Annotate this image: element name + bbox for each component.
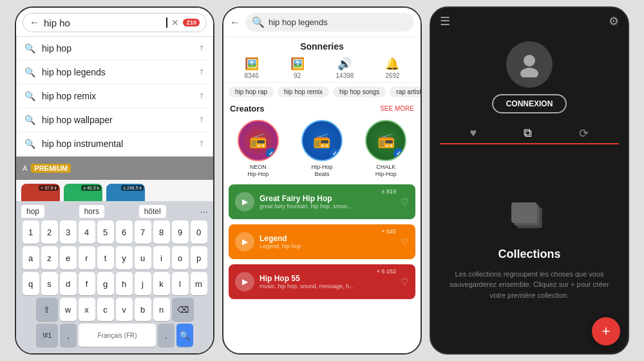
back-button[interactable]: ← (30, 17, 40, 28)
kb-key[interactable]: 5 (97, 220, 114, 244)
kb-key[interactable]: t (97, 246, 114, 269)
kb-key[interactable]: k (153, 272, 170, 295)
fab-add-button[interactable]: + (592, 317, 620, 346)
settings-icon[interactable]: ⚙ (609, 14, 619, 28)
heart-icon[interactable]: ♡ (401, 277, 409, 287)
search-icon: 🔍 (252, 16, 265, 28)
track-count: ± 819 (382, 188, 396, 195)
kb-key[interactable]: p (191, 246, 207, 269)
kb-key[interactable]: d (60, 272, 77, 295)
svg-point-1 (520, 68, 538, 77)
kb-key[interactable]: j (135, 272, 151, 295)
kb-shift-key[interactable]: ⇧ (36, 298, 58, 321)
kb-key[interactable]: q (23, 272, 39, 295)
search-bar[interactable]: 🔍 hip hop legends (245, 13, 414, 32)
kb-key[interactable]: g (97, 272, 114, 295)
tab-collections[interactable]: ⧉ (517, 124, 538, 144)
kb-word-3[interactable]: hôtel (139, 205, 166, 218)
kb-bottom-row: !#1 , Français (FR) . 🔍 (19, 324, 211, 347)
kb-key[interactable]: z (41, 246, 58, 269)
profile-section: CONNEXION (431, 35, 628, 119)
suggestion-item[interactable]: 🔍 hip hop instrumental ↗ (17, 132, 213, 156)
suggestion-item[interactable]: 🔍 hip hop ↗ (17, 37, 213, 61)
kb-key[interactable]: o (172, 246, 189, 269)
kb-key[interactable]: c (97, 298, 114, 321)
heart-icon[interactable]: ♡ (401, 197, 409, 207)
kb-key[interactable]: a (23, 246, 39, 269)
stat-images2: 🖼️ 92 (290, 57, 305, 79)
tag-chip[interactable]: hip hop songs (333, 86, 386, 97)
kb-key[interactable]: u (135, 246, 151, 269)
see-more-link[interactable]: SEE MORE (380, 105, 414, 112)
kb-key[interactable]: 7 (135, 220, 151, 244)
track-card-1[interactable]: ▶ Great Fairy Hip Hop great fairy founta… (229, 184, 415, 219)
kb-key[interactable]: 8 (153, 220, 170, 244)
kb-key[interactable]: f (79, 272, 95, 295)
back-button[interactable]: ← (230, 17, 240, 28)
creator-item-chalk[interactable]: 📻 ✓ CHALKHip-Hop (365, 120, 406, 178)
kb-delete-key[interactable]: ⌫ (172, 298, 194, 321)
kb-key[interactable]: 6 (116, 220, 133, 244)
kb-key[interactable]: l (172, 272, 189, 295)
suggestion-item[interactable]: 🔍 hip hop legends ↗ (17, 61, 213, 84)
kb-key[interactable]: v (116, 298, 133, 321)
kb-key[interactable]: h (116, 272, 133, 295)
track-card-3[interactable]: ▶ Hip Hop 55 music, hip hop, sound, mess… (229, 264, 415, 299)
kb-key[interactable]: i (153, 246, 170, 269)
kb-more-button[interactable]: ··· (200, 206, 208, 217)
suggestion-text: hip hop wallpaper (42, 115, 192, 125)
phone-search: ← hip ho ✕ Z10 🔍 hip hop ↗ 🔍 hip hop leg… (15, 6, 214, 355)
kb-key[interactable]: e (60, 246, 77, 269)
suggestion-item[interactable]: 🔍 hip hop remix ↗ (17, 84, 213, 108)
play-button[interactable]: ▶ (235, 232, 254, 251)
creator-item-hiphop[interactable]: 📻 ✓ Hip-HopBeats (301, 120, 343, 178)
kb-key[interactable]: 9 (172, 220, 189, 244)
kb-special-key[interactable]: !#1 (36, 324, 58, 347)
suggestion-item[interactable]: 🔍 hip hop wallpaper ↗ (17, 108, 213, 132)
kb-key[interactable]: x (79, 298, 95, 321)
play-button[interactable]: ▶ (235, 272, 254, 291)
kb-key[interactable]: b (135, 298, 151, 321)
kb-space-key[interactable]: Français (FR) (79, 324, 156, 347)
search-input[interactable]: hip ho (44, 17, 162, 28)
kb-key[interactable]: 1 (23, 220, 39, 244)
suggestion-text: hip hop instrumental (42, 139, 192, 149)
kb-key[interactable]: s (41, 272, 58, 295)
kb-comma-key[interactable]: , (60, 324, 77, 347)
kb-search-key[interactable]: 🔍 (176, 324, 193, 347)
kb-key[interactable]: m (191, 272, 207, 295)
clear-button[interactable]: ✕ (171, 17, 179, 28)
stat-audio: 🔊 14398 (336, 57, 354, 79)
track-card-2[interactable]: ▶ Legend Legend, hip hop + 545 ♡ (229, 224, 415, 259)
kb-key[interactable]: 4 (79, 220, 95, 244)
tab-history[interactable]: ⟳ (573, 124, 595, 143)
creator-avatar-neon: 📻 ✓ (238, 120, 279, 161)
tag-chip[interactable]: hip hop rap (229, 86, 274, 97)
heart-icon[interactable]: ♡ (401, 237, 409, 247)
play-button[interactable]: ▶ (235, 192, 254, 211)
kb-key[interactable]: 3 (60, 220, 77, 244)
kb-key[interactable]: n (153, 298, 170, 321)
search-icon: 🔍 (24, 67, 35, 77)
kb-key[interactable]: w (60, 298, 77, 321)
kb-word-1[interactable]: hop (21, 205, 44, 218)
tag-chip[interactable]: rap artist (390, 86, 421, 97)
connexion-button[interactable]: CONNEXION (492, 94, 567, 113)
kb-key[interactable]: 2 (41, 220, 58, 244)
tag-chip[interactable]: hip hop remix (278, 86, 329, 97)
search-bar[interactable]: ← hip ho ✕ Z10 (23, 13, 207, 32)
kb-period-key[interactable]: . (158, 324, 175, 347)
hamburger-icon[interactable]: ☰ (440, 14, 450, 28)
search-value[interactable]: hip hop legends (269, 17, 328, 27)
kb-word-2[interactable]: hors (79, 205, 104, 218)
kb-key[interactable]: 0 (191, 220, 207, 244)
creators-list: 📻 ✓ NEONHip-Hop 📻 ✓ Hip-HopBeats 📻 ✓ CHA… (223, 116, 421, 182)
kb-key[interactable]: y (116, 246, 133, 269)
creator-item-neon[interactable]: 📻 ✓ NEONHip-Hop (238, 120, 279, 178)
kb-key[interactable]: r (79, 246, 95, 269)
creators-title: Creators (230, 104, 264, 113)
stat-images: 🖼️ 8346 (244, 57, 258, 79)
svg-point-0 (524, 55, 535, 66)
tab-favorites[interactable]: ♥ (464, 124, 484, 143)
collections-title: Collections (498, 248, 560, 261)
